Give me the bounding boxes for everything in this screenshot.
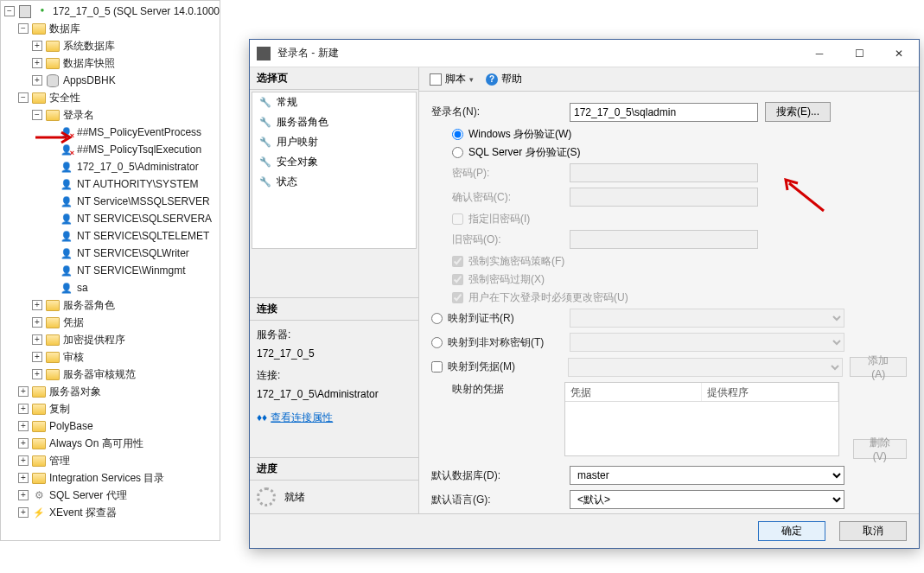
must-change-row: 用户在下次登录时必须更改密码(U) [431,290,907,305]
xevent-node[interactable]: +XEvent 探查器 [1,504,220,521]
page-general[interactable]: 🔧常规 [252,92,416,112]
login-item[interactable]: ##MS_PolicyTsqlExecution [1,141,220,158]
login-icon [60,194,73,208]
expand-icon[interactable]: + [32,58,42,68]
expand-icon[interactable]: + [32,352,42,362]
integration-node[interactable]: +Integration Services 目录 [1,469,220,487]
collapse-icon[interactable]: − [18,92,29,103]
server-roles-node[interactable]: +服务器角色 [1,296,220,314]
tree-label: SQL Server 代理 [49,488,127,503]
polybase-node[interactable]: +PolyBase [1,417,220,435]
login-item[interactable]: NT SERVICE\SQLSERVERA [1,210,220,227]
help-button[interactable]: ?帮助 [482,70,526,88]
page-status[interactable]: 🔧状态 [252,172,416,192]
expand-icon[interactable]: + [18,404,29,414]
expand-icon[interactable]: + [18,455,29,466]
page-server-roles[interactable]: 🔧服务器角色 [252,112,416,132]
map-cred-check[interactable] [431,361,443,372]
map-asym-radio[interactable] [431,337,443,348]
crypto-providers-node[interactable]: +加密提供程序 [1,331,220,348]
expand-icon[interactable]: + [18,473,29,483]
view-connection-link[interactable]: 查看连接属性 [271,411,333,423]
asym-combo [570,333,844,352]
close-button[interactable]: ✕ [879,41,919,67]
login-icon [60,229,73,243]
sql-auth-radio[interactable] [452,147,463,158]
maximize-button[interactable]: ☐ [839,41,879,67]
windows-auth-radio[interactable] [452,129,463,140]
remove-cred-button: 删除(V) [853,439,907,459]
expand-icon[interactable]: + [32,75,42,86]
specify-old-pw-row: 指定旧密码(I) [431,212,907,226]
expand-icon[interactable]: + [32,300,42,310]
folder-icon [46,298,60,312]
login-item[interactable]: NT AUTHORITY\SYSTEM [1,175,220,193]
audit-node[interactable]: +审核 [1,348,220,366]
sql-auth-radio-row[interactable]: SQL Server 身份验证(S) [431,145,907,160]
expand-icon[interactable]: + [32,41,42,51]
server-objects-node[interactable]: +服务器对象 [1,383,220,400]
login-item[interactable]: sa [1,279,220,296]
login-item[interactable]: NT SERVICE\Winmgmt [1,262,220,279]
default-db-combo[interactable]: master [570,466,844,485]
databases-node[interactable]: −数据库 [1,20,220,37]
search-button[interactable]: 搜索(E)... [765,102,831,122]
login-item[interactable]: ##MS_PolicyEventProcess [1,124,220,141]
help-icon: ? [486,73,498,86]
login-item[interactable]: NT SERVICE\SQLTELEMET [1,227,220,245]
folder-icon [46,56,60,70]
expand-icon[interactable]: + [18,507,29,518]
expand-icon[interactable]: + [18,438,29,449]
tree-label: XEvent 探查器 [49,506,117,520]
map-cert-radio[interactable] [431,313,443,324]
default-lang-combo[interactable]: <默认> [570,490,844,509]
script-button[interactable]: 脚本 [426,70,477,88]
management-node[interactable]: +管理 [1,452,220,469]
password-input [570,163,758,182]
page-user-mapping[interactable]: 🔧用户映射 [252,132,416,152]
server-node[interactable]: −172_17_0_5 (SQL Server 14.0.1000.1 [1,3,220,20]
login-item[interactable]: 172_17_0_5\Administrator [1,158,220,175]
login-item[interactable]: NT Service\MSSQLSERVER [1,193,220,210]
sys-db-node[interactable]: +系统数据库 [1,37,220,54]
page-label: 状态 [277,175,297,189]
login-name-input[interactable] [570,103,758,122]
sql-agent-node[interactable]: +SQL Server 代理 [1,487,220,504]
old-password-label: 旧密码(O): [431,232,570,247]
logins-node[interactable]: −登录名 [1,106,220,124]
credentials-node[interactable]: +凭据 [1,314,220,331]
enforce-expire-label: 强制密码过期(X) [468,272,545,287]
tree-label: ##MS_PolicyEventProcess [77,126,201,138]
confirm-password-label: 确认密码(C): [431,190,570,205]
user-db-node[interactable]: +AppsDBHK [1,72,220,89]
object-explorer[interactable]: −172_17_0_5 (SQL Server 14.0.1000.1 −数据库… [0,0,220,541]
ok-button[interactable]: 确定 [758,521,825,541]
credentials-table[interactable]: 凭据 提供程序 [564,382,839,456]
titlebar[interactable]: 登录名 - 新建 ─ ☐ ✕ [250,40,919,67]
login-item[interactable]: NT SERVICE\SQLWriter [1,245,220,262]
page-securables[interactable]: 🔧安全对象 [252,152,416,172]
collapse-icon[interactable]: − [4,6,15,16]
security-node[interactable]: −安全性 [1,89,220,106]
minimize-button[interactable]: ─ [800,41,839,67]
collapse-icon[interactable]: − [18,23,29,34]
replication-node[interactable]: +复制 [1,400,220,417]
windows-auth-radio-row[interactable]: Windows 身份验证(W) [431,127,907,142]
folder-icon [46,315,60,329]
form-general: 登录名(N): 搜索(E)... Windows 身份验证(W) SQL Ser… [419,92,919,513]
server-audit-spec-node[interactable]: +服务器审核规范 [1,366,220,383]
expand-icon[interactable]: + [18,421,29,431]
expand-icon[interactable]: + [32,334,42,345]
db-snapshot-node[interactable]: +数据库快照 [1,54,220,72]
alwayson-node[interactable]: +Always On 高可用性 [1,435,220,452]
page-label: 常规 [277,95,297,110]
expand-icon[interactable]: + [18,490,29,500]
cancel-button[interactable]: 取消 [839,521,907,541]
expand-icon[interactable]: + [32,317,42,328]
collapse-icon[interactable]: − [32,110,42,120]
expand-icon[interactable]: + [18,386,29,397]
expand-icon[interactable]: + [32,369,42,379]
spinner-icon [257,487,276,506]
default-db-label: 默认数据库(D): [431,468,570,483]
enforce-expire-row: 强制密码过期(X) [431,272,907,287]
